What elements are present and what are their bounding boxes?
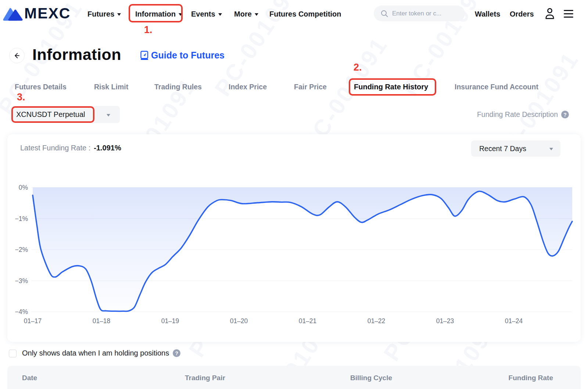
svg-text:01–23: 01–23 — [436, 317, 454, 325]
tab-futures-details[interactable]: Futures Details — [15, 83, 67, 91]
chevron-down-icon — [255, 13, 258, 16]
funding-rate-table-header: Date Trading Pair Billing Cycle Funding … — [7, 366, 581, 389]
help-icon[interactable]: ? — [173, 349, 180, 357]
page-title: Information — [32, 46, 121, 64]
nav-item-information[interactable]: Information — [135, 8, 182, 19]
holding-positions-label: Only shows data when I am holding positi… — [22, 349, 169, 357]
tab-fair-price[interactable]: Fair Price — [294, 83, 327, 91]
orders-link[interactable]: Orders — [510, 8, 534, 19]
svg-text:−3%: −3% — [15, 277, 28, 285]
user-account-icon[interactable] — [544, 7, 555, 21]
column-header-date: Date — [22, 374, 37, 382]
nav-item-futures[interactable]: Futures — [87, 8, 121, 19]
svg-text:01–21: 01–21 — [299, 317, 317, 325]
tab-insurance-fund-account[interactable]: Insurance Fund Account — [455, 83, 538, 91]
wallets-link[interactable]: Wallets — [475, 8, 500, 19]
nav-label: Futures — [87, 10, 114, 18]
guide-book-icon — [140, 50, 149, 60]
chevron-down-icon — [107, 114, 110, 117]
funding-rate-description-label: Funding Rate Description — [477, 110, 558, 119]
mexc-logo-icon[interactable] — [3, 6, 23, 22]
chevron-down-icon — [117, 13, 121, 16]
svg-text:−1%: −1% — [15, 215, 28, 222]
svg-text:01–17: 01–17 — [24, 317, 42, 325]
svg-text:−2%: −2% — [15, 246, 28, 253]
mexc-logo-text[interactable]: MEXC — [24, 5, 71, 22]
annotation-number-3: 3. — [17, 92, 25, 103]
column-header-billing-cycle: Billing Cycle — [350, 374, 392, 382]
annotation-number-1: 1. — [144, 24, 153, 36]
chevron-down-icon — [218, 13, 222, 16]
tab-risk-limit[interactable]: Risk Limit — [94, 83, 128, 91]
search-input-container[interactable] — [374, 6, 465, 21]
back-arrow-icon — [12, 51, 22, 60]
orders-label: Orders — [510, 10, 534, 18]
contract-selector-dropdown[interactable]: XCNUSDT Perpetual — [10, 106, 120, 123]
svg-text:−4%: −4% — [15, 308, 28, 315]
tab-index-price[interactable]: Index Price — [229, 83, 267, 91]
wallets-label: Wallets — [475, 10, 500, 18]
holding-positions-label-row: Only shows data when I am holding positi… — [22, 349, 180, 357]
nav-label: More — [234, 10, 252, 18]
annotation-number-2: 2. — [354, 62, 362, 73]
back-button[interactable] — [9, 48, 25, 63]
svg-text:01–24: 01–24 — [505, 317, 523, 325]
tab-funding-rate-history[interactable]: Funding Rate History — [354, 83, 428, 91]
funding-rate-description: Funding Rate Description ? — [477, 110, 569, 119]
svg-text:01–18: 01–18 — [93, 317, 111, 325]
nav-label: Futures Competition — [269, 10, 341, 18]
guide-link-label: Guide to Futures — [151, 50, 225, 61]
funding-rate-chart-card: Latest Funding Rate : -1.091% Recent 7 D… — [7, 134, 581, 342]
funding-rate-chart: 0%−1%−2%−3%−4%01–1701–1801–1901–2001–210… — [7, 134, 581, 333]
column-header-funding-rate: Funding Rate — [509, 374, 553, 382]
nav-label: Information — [135, 10, 176, 18]
nav-label: Events — [191, 10, 215, 18]
holding-positions-checkbox[interactable] — [9, 350, 17, 357]
column-header-trading-pair: Trading Pair — [185, 374, 225, 382]
svg-text:01–20: 01–20 — [230, 317, 248, 325]
svg-text:01–19: 01–19 — [161, 317, 179, 325]
search-icon — [380, 10, 388, 18]
svg-text:0%: 0% — [19, 184, 28, 191]
svg-text:01–22: 01–22 — [368, 317, 386, 325]
guide-to-futures-link[interactable]: Guide to Futures — [140, 50, 225, 61]
menu-icon[interactable] — [564, 10, 573, 20]
chevron-down-icon — [179, 13, 182, 16]
nav-item-futures-competition[interactable]: Futures Competition — [269, 8, 341, 19]
help-icon[interactable]: ? — [561, 111, 569, 118]
tab-trading-rules[interactable]: Trading Rules — [154, 83, 202, 91]
search-input[interactable] — [391, 10, 457, 18]
contract-selector-value: XCNUSDT Perpetual — [16, 110, 85, 119]
nav-item-more[interactable]: More — [234, 8, 258, 19]
nav-item-events[interactable]: Events — [191, 8, 222, 19]
